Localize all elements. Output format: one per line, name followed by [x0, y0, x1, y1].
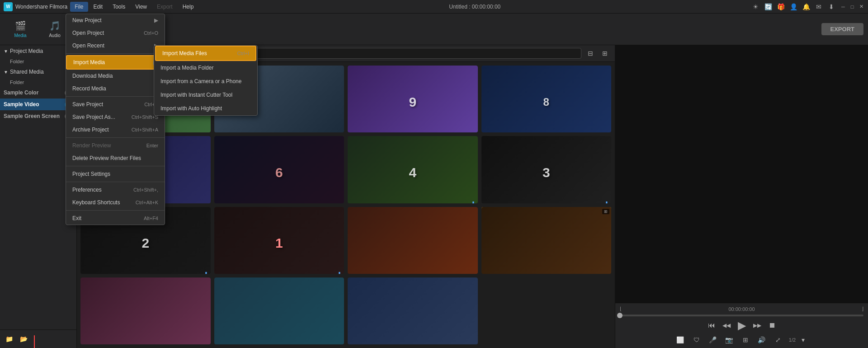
page-indicator: 1/2 — [789, 337, 796, 343]
menu-save-project[interactable]: Save Project Ctrl+S — [66, 98, 165, 111]
page-dropdown-icon[interactable]: ▾ — [797, 334, 808, 345]
menu-file[interactable]: File — [70, 2, 88, 12]
sample-video-item[interactable]: Sample Video 2 — [0, 99, 76, 110]
media-item-cd6[interactable]: 6 Countdown 6 — [214, 136, 344, 203]
render-preview-shortcut: Enter — [146, 143, 158, 148]
sep-3 — [66, 137, 165, 138]
sep-6 — [66, 210, 165, 211]
menu-open-project[interactable]: Open Project Ctrl+O — [66, 27, 165, 39]
thumb-plating: ⊞ — [481, 207, 612, 274]
thumb-beach — [348, 277, 478, 344]
menu-edit[interactable]: Edit — [89, 2, 108, 12]
grid-icon[interactable]: ⊞ — [599, 48, 610, 59]
exit-shortcut: Alt+F4 — [144, 216, 158, 221]
media-item-islands[interactable]: Islands — [214, 277, 344, 344]
menu-save-project-as[interactable]: Save Project As... Ctrl+Shift+S — [66, 111, 165, 123]
import-camera-item[interactable]: Import from a Camera or a Phone — [154, 75, 257, 88]
exit-label: Exit — [72, 215, 81, 221]
media-item-cherry[interactable]: Cherry Blossom — [80, 277, 211, 344]
menu-tools[interactable]: Tools — [108, 2, 130, 12]
user-icon[interactable]: 👤 — [789, 3, 797, 11]
media-item-cd3[interactable]: 3 ⬇ Countdown 3 — [481, 136, 612, 203]
import-cutter-item[interactable]: Import with Instant Cutter Tool — [154, 88, 257, 102]
snapshot-icon[interactable]: 📷 — [724, 334, 735, 345]
preview-progress-bar-container[interactable] — [620, 315, 863, 316]
menu-exit[interactable]: Exit Alt+F4 — [66, 212, 165, 225]
new-project-arrow: ▶ — [154, 17, 158, 24]
media-item-cd4[interactable]: 4 ⬇ Countdown 4 — [348, 136, 478, 203]
import-media-folder-label: Import a Media Folder — [160, 65, 213, 71]
add-folder-icon[interactable]: 📁 — [4, 334, 14, 344]
menu-preferences[interactable]: Preferences Ctrl+Shift+, — [66, 183, 165, 196]
voiceover-icon[interactable]: 🎤 — [708, 334, 718, 345]
close-button[interactable]: ✕ — [858, 4, 864, 10]
sample-video-label: Sample Video — [4, 101, 39, 108]
mail-icon[interactable]: ✉ — [815, 3, 823, 11]
out-point-icon[interactable]: ⌋ — [862, 306, 863, 312]
cd6-number: 6 — [275, 165, 283, 180]
thumb-cd3: 3 ⬇ — [481, 136, 612, 203]
menu-help[interactable]: Help — [178, 2, 198, 12]
step-back-button[interactable]: ⏮ — [708, 321, 715, 329]
menu-project-settings[interactable]: Project Settings — [66, 168, 165, 180]
maximize-button[interactable]: □ — [849, 4, 855, 10]
frame-fwd-button[interactable]: ▶▶ — [753, 322, 761, 329]
media-item-plating[interactable]: ⊞ Plating Food — [481, 207, 612, 274]
media-item-cd1[interactable]: 1 ⬇ Countdown 1 — [214, 207, 344, 274]
project-media-folder[interactable]: Folder — [0, 57, 76, 66]
window-controls: ─ □ ✕ — [840, 4, 864, 10]
menu-import-media[interactable]: Import Media ▶ — [66, 55, 165, 70]
import-media-files-item[interactable]: Import Media Files Ctrl+I — [155, 46, 256, 61]
bell-icon[interactable]: 🔔 — [802, 3, 810, 11]
menu-view[interactable]: View — [131, 2, 151, 12]
download-icon[interactable]: ⬇ — [827, 3, 835, 11]
media-item-cd8[interactable]: 8 Countdown 8 — [481, 66, 612, 132]
file-menu-dropdown: New Project ▶ Open Project Ctrl+O Open R… — [66, 14, 165, 225]
media-item-beach[interactable]: Beach — [348, 277, 478, 344]
fullscreen-icon[interactable]: ⤢ — [773, 334, 783, 345]
toolbar-media-tab[interactable]: 🎬 Media — [5, 16, 36, 43]
menu-open-recent[interactable]: Open Recent ▶ — [66, 39, 165, 52]
menu-keyboard-shortcuts[interactable]: Keyboard Shortcuts Ctrl+Alt+K — [66, 196, 165, 209]
filter-icon[interactable]: ⊟ — [585, 48, 596, 59]
menu-archive-project[interactable]: Archive Project Ctrl+Shift+A — [66, 123, 165, 136]
shared-media-folder[interactable]: Folder — [0, 78, 76, 87]
sample-greenscreen-item[interactable]: Sample Green Screen 1 — [0, 110, 76, 122]
open-project-shortcut: Ctrl+O — [144, 30, 158, 36]
in-point-icon[interactable]: ⌊ — [620, 306, 622, 312]
cd2-download-icon: ⬇ — [203, 271, 209, 274]
archive-project-label: Archive Project — [72, 127, 109, 133]
media-tab-label: Media — [14, 33, 26, 38]
menu-delete-preview[interactable]: Delete Preview Render Files — [66, 152, 165, 165]
stabilize-icon[interactable]: 🛡 — [691, 334, 702, 345]
volume-icon[interactable]: 🔊 — [756, 334, 767, 345]
project-media-section[interactable]: ▼ Project Media — [0, 45, 76, 57]
shared-media-section[interactable]: ▼ Shared Media — [0, 66, 76, 78]
media-item-cd9[interactable]: 9 Countdown 9 — [348, 66, 478, 132]
import-autohighlight-item[interactable]: Import with Auto Highlight — [154, 102, 257, 115]
frame-back-button[interactable]: ◀◀ — [722, 322, 731, 329]
play-button[interactable]: ▶ — [738, 319, 746, 332]
menu-download-media[interactable]: Download Media — [66, 70, 165, 82]
open-recent-label: Open Recent — [72, 42, 104, 49]
menu-record-media[interactable]: Record Media ▶ — [66, 82, 165, 95]
import-media-files-label: Import Media Files — [162, 50, 207, 56]
pip-icon[interactable]: ⊞ — [740, 334, 751, 345]
restore-icon[interactable]: 🔄 — [764, 3, 772, 11]
thumb-cherry — [80, 277, 211, 344]
stop-button[interactable]: ⏹ — [769, 321, 776, 329]
new-project-label: New Project — [72, 17, 102, 24]
menu-new-project[interactable]: New Project ▶ — [66, 14, 165, 27]
sun-icon[interactable]: ☀ — [751, 3, 760, 11]
media-item-food[interactable]: Food — [348, 207, 478, 274]
sample-color-item[interactable]: Sample Color 2 — [0, 87, 76, 99]
gift-icon[interactable]: 🎁 — [777, 3, 785, 11]
export-button[interactable]: EXPORT — [821, 23, 863, 35]
preview-buttons: ⏮ ◀◀ ▶ ▶▶ ⏹ — [620, 319, 863, 332]
minimize-button[interactable]: ─ — [840, 4, 846, 10]
save-project-as-label: Save Project As... — [72, 114, 115, 120]
preview-progress-handle[interactable] — [617, 313, 623, 318]
crop-icon[interactable]: ⬜ — [675, 334, 686, 345]
create-folder-icon[interactable]: 📂 — [18, 334, 29, 344]
import-media-folder-item[interactable]: Import a Media Folder — [154, 61, 257, 75]
